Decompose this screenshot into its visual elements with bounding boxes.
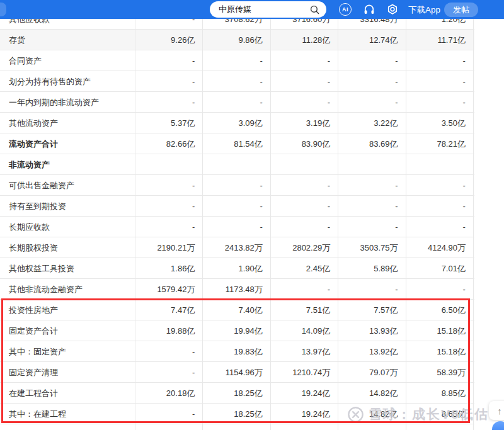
table-row: 投资性房地产 7.47亿 7.40亿 7.51亿 7.57亿 6.50亿 xyxy=(0,300,474,320)
search-input[interactable] xyxy=(219,5,309,14)
cell-value: - xyxy=(192,347,202,356)
row-label: 其他应收款 xyxy=(0,19,50,25)
value-cell-4: - xyxy=(338,71,406,92)
value-cell-4: 14.82亿 xyxy=(338,383,406,404)
value-cell-4: 13.93亿 xyxy=(338,320,406,341)
row-label-cell: 其他流动资产 xyxy=(0,113,135,133)
cell-value: 13.93亿 xyxy=(369,325,406,337)
cell-value: 1154.96万 xyxy=(226,367,270,378)
cell-value: - xyxy=(192,56,202,65)
cell-value: 20.18亿 xyxy=(166,388,203,399)
table-row: 固定资产清理 - 1154.96万 1210.74万 79.07万 58.39万 xyxy=(0,362,474,383)
table-row: 划分为持有待售的资产 - - - - - xyxy=(0,71,474,92)
value-cell-4: 12.74亿 xyxy=(338,30,406,50)
value-cell-5: 15.18亿 xyxy=(406,341,474,362)
headphones-icon[interactable] xyxy=(362,3,376,16)
cell-value: 19.24亿 xyxy=(302,409,338,420)
value-cell-5: 6.50亿 xyxy=(406,300,474,320)
cell-value: 6.50亿 xyxy=(442,305,473,316)
table-row: 一年内到期的非流动资产 - - - - - xyxy=(0,92,474,113)
table-row: 其中：在建工程 - 18.25亿 19.24亿 14.82亿 8.65亿 xyxy=(0,404,474,424)
cell-value: - xyxy=(260,181,270,190)
value-cell-2: 81.54亿 xyxy=(203,133,270,154)
value-cell-3: - xyxy=(271,279,338,300)
settings-gear-icon[interactable] xyxy=(386,3,399,16)
cell-value: 14.82亿 xyxy=(369,409,406,420)
cell-value: - xyxy=(328,201,338,211)
row-label: 投资性房地产 xyxy=(0,305,58,316)
cell-value: 9.86亿 xyxy=(238,35,270,46)
cell-value: - xyxy=(395,98,405,107)
value-cell-3: - xyxy=(271,50,338,71)
cell-value: 19.94亿 xyxy=(234,325,270,337)
cell-value: 3316.48万 xyxy=(360,19,406,25)
row-label: 其他权益工具投资 xyxy=(0,263,74,274)
cell-value: 3.22亿 xyxy=(374,118,405,129)
cell-value: 15.18亿 xyxy=(437,325,473,337)
value-cell-3: 14.09亿 xyxy=(271,320,338,341)
search-icon[interactable] xyxy=(309,4,320,15)
cell-value: 11.71亿 xyxy=(437,35,473,46)
value-cell-4: - xyxy=(338,217,406,237)
row-label: 存货 xyxy=(0,35,25,46)
row-label: 一年内到期的非流动资产 xyxy=(0,97,99,108)
value-cell-3: - xyxy=(271,92,338,113)
value-cell-3: - xyxy=(271,71,338,92)
value-cell-4: 79.07万 xyxy=(338,362,406,383)
row-label-cell: 其他权益工具投资 xyxy=(0,258,135,279)
value-cell-4: 3503.75万 xyxy=(338,237,406,258)
cell-value: 83.69亿 xyxy=(369,139,406,150)
cell-value: 8.85亿 xyxy=(442,388,473,399)
value-cell-3: 3.19亿 xyxy=(271,113,338,133)
value-cell-2: 19.94亿 xyxy=(203,320,270,341)
cell-value: 1579.42万 xyxy=(157,284,202,295)
ai-assistant-icon[interactable]: AI xyxy=(338,3,352,16)
value-cell-1: 1579.42万 xyxy=(135,279,203,300)
value-cell-1: - xyxy=(135,217,203,237)
download-app-link[interactable]: 下载App xyxy=(408,4,440,16)
table-row: 流动资产合计 82.66亿 81.54亿 83.90亿 83.69亿 78.21… xyxy=(0,133,474,154)
cell-value: 14.09亿 xyxy=(302,325,338,337)
post-button[interactable]: 发帖 xyxy=(444,3,478,17)
value-cell-4 xyxy=(338,154,406,175)
row-label: 流动资产合计 xyxy=(0,139,58,150)
top-navbar: AI 下载App 发帖 xyxy=(0,0,504,19)
ai-icon-label: AI xyxy=(339,3,352,16)
cell-value: 1.20亿 xyxy=(442,19,473,25)
value-cell-1: - xyxy=(135,341,203,362)
value-cell-2: 1.90亿 xyxy=(203,258,270,279)
cell-value: 78.21亿 xyxy=(437,139,473,150)
value-cell-2: 18.25亿 xyxy=(203,404,270,424)
cell-value: 15.18亿 xyxy=(437,346,473,358)
cell-value: 14.82亿 xyxy=(369,388,406,399)
back-to-top-button[interactable]: ↑ xyxy=(489,401,504,420)
table-row: 长期应收款 - - - - - xyxy=(0,217,474,237)
cell-value: - xyxy=(328,56,338,65)
cell-value: - xyxy=(463,181,473,190)
value-cell-5: - xyxy=(406,217,474,237)
value-cell-3: 19.24亿 xyxy=(271,404,338,424)
value-cell-1: 82.66亿 xyxy=(135,133,203,154)
floating-action-button[interactable] xyxy=(492,421,504,430)
cell-value: 3.09亿 xyxy=(238,118,270,129)
cell-value: 13.92亿 xyxy=(369,346,406,358)
row-label-cell: 非流动资产 xyxy=(0,154,135,175)
cell-value: 1210.74万 xyxy=(292,367,338,378)
value-cell-1: - xyxy=(135,196,203,217)
cell-value: - xyxy=(463,222,473,232)
value-cell-5: - xyxy=(406,279,474,300)
page: AI 下载App 发帖 其他应收款 - 3708.62万 xyxy=(0,0,504,430)
value-cell-3: 11.28亿 xyxy=(271,30,338,50)
row-label: 长期股权投资 xyxy=(0,242,58,254)
value-cell-2: - xyxy=(203,196,270,217)
cell-value: 83.90亿 xyxy=(302,139,338,150)
table-row: 其他流动资产 5.37亿 3.09亿 3.19亿 3.22亿 3.50亿 xyxy=(0,113,474,133)
cell-value: 8.65亿 xyxy=(442,409,473,420)
cell-value: 1.86亿 xyxy=(171,263,202,274)
search-box[interactable] xyxy=(210,1,326,18)
cell-value: - xyxy=(260,77,270,86)
row-label-cell: 可供出售金融资产 xyxy=(0,175,135,196)
value-cell-2: 3708.62万 xyxy=(203,19,270,30)
cell-value: - xyxy=(260,98,270,107)
cell-value: - xyxy=(463,77,473,86)
